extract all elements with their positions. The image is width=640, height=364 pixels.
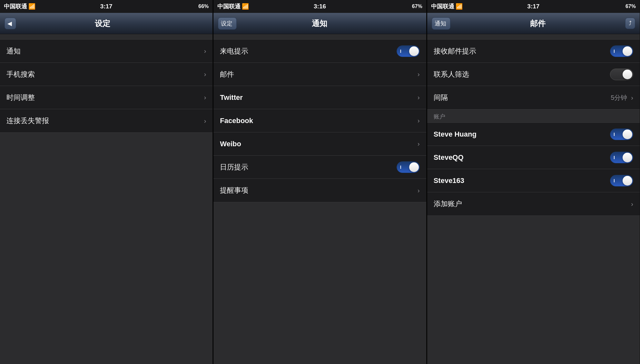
content-1: 通知 › 手机搜索 › 时间调整 › 连接丢失警报 › — [0, 34, 212, 364]
item-label: 间隔 — [434, 93, 611, 102]
list-item-steveqq[interactable]: SteveQQ I — [427, 146, 640, 169]
chevron-icon: › — [631, 94, 633, 101]
chevron-icon: › — [418, 94, 420, 101]
list-item-calendar-reminder[interactable]: 日历提示 I — [213, 156, 426, 179]
list-item-mobile-search[interactable]: 手机搜索 › — [0, 63, 212, 86]
content-3: 接收邮件提示 I 联系人筛选 间隔 5分钟 › 账户 — [427, 34, 640, 364]
item-label: Steve Huang — [434, 130, 610, 139]
carrier-2: 中国联通 — [217, 3, 241, 10]
toggle-on-label: I — [614, 49, 615, 54]
item-label: 提醒事项 — [220, 186, 416, 195]
item-label: 时间调整 — [6, 93, 203, 102]
toggle-knob — [623, 176, 632, 186]
item-label: 邮件 — [220, 70, 416, 79]
share-button[interactable]: ⤴ — [625, 18, 635, 29]
nav-title-1: 设定 — [16, 18, 189, 29]
toggle-receive-mail[interactable]: I — [610, 45, 633, 57]
list-item-call-reminder[interactable]: 来电提示 I — [213, 40, 426, 63]
toggle-steveqq[interactable]: I — [610, 152, 633, 163]
nav-bar-1: ◀ 设定 — [0, 13, 212, 34]
item-label: 添加账户 — [434, 199, 630, 209]
status-bar-1: 中国联通 📶 3:17 66% — [0, 0, 212, 13]
back-button-1[interactable]: ◀ — [5, 18, 16, 29]
battery-2: 67% — [412, 4, 422, 9]
nav-title-3: 邮件 — [450, 18, 625, 29]
nav-bar-3: 通知 邮件 ⤴ — [427, 13, 640, 34]
item-label: Steve163 — [434, 177, 610, 185]
battery-3: 67% — [625, 4, 636, 9]
list-item-lost-connection[interactable]: 连接丢失警报 › — [0, 109, 212, 132]
list-item-facebook[interactable]: Facebook › — [213, 109, 426, 132]
list-item-interval[interactable]: 间隔 5分钟 › — [427, 86, 640, 109]
list-item-mail[interactable]: 邮件 › — [213, 63, 426, 86]
wifi-icon-2: 📶 — [242, 3, 249, 10]
carrier-1: 中国联通 — [4, 3, 27, 10]
toggle-on-label: I — [400, 165, 401, 170]
list-group-1: 通知 › 手机搜索 › 时间调整 › 连接丢失警报 › — [0, 39, 212, 133]
list-item-steve163[interactable]: Steve163 I — [427, 169, 640, 192]
status-bar-2: 中国联通 📶 3:16 67% — [213, 0, 426, 13]
toggle-on-label: I — [614, 132, 615, 137]
list-item-contact-filter[interactable]: 联系人筛选 — [427, 63, 640, 86]
panel-mail: 中国联通 📶 3:17 67% 通知 邮件 ⤴ 接收邮件提示 I — [427, 0, 640, 364]
toggle-call-reminder[interactable]: I — [397, 45, 420, 57]
back-label-3: 通知 — [435, 20, 446, 27]
nav-title-2: 通知 — [237, 18, 402, 29]
item-label: Weibo — [220, 140, 416, 148]
list-item-time-adjust[interactable]: 时间调整 › — [0, 86, 212, 109]
item-label: 接收邮件提示 — [434, 46, 610, 56]
chevron-icon: › — [204, 71, 206, 78]
toggle-on-label: I — [614, 178, 615, 183]
list-item-receive-mail[interactable]: 接收邮件提示 I — [427, 40, 640, 63]
wifi-icon-3: 📶 — [456, 3, 463, 10]
list-item-notifications[interactable]: 通知 › — [0, 40, 212, 63]
chevron-icon: › — [204, 117, 206, 125]
list-item-steve-huang[interactable]: Steve Huang I — [427, 123, 640, 146]
nav-bar-2: 设定 通知 — [213, 13, 426, 34]
toggle-knob — [409, 46, 419, 56]
list-item-weibo[interactable]: Weibo › — [213, 132, 426, 156]
toggle-knob — [623, 70, 632, 79]
chevron-icon: › — [418, 140, 420, 148]
list-group-2: 来电提示 I 邮件 › Twitter › Facebook › — [213, 39, 426, 202]
toggle-on-label: I — [614, 155, 615, 160]
back-arrow-icon: ◀ — [7, 20, 12, 27]
list-group-3b: Steve Huang I SteveQQ I Steve163 I — [427, 122, 640, 216]
battery-1: 66% — [198, 4, 209, 9]
chevron-icon: › — [631, 200, 633, 208]
back-button-3[interactable]: 通知 — [432, 17, 450, 30]
item-value: 5分钟 — [611, 93, 627, 102]
toggle-knob — [623, 153, 632, 162]
toggle-knob — [623, 46, 632, 56]
toggle-steve-huang[interactable]: I — [610, 129, 633, 140]
wifi-icon: 📶 — [28, 3, 35, 10]
content-2: 来电提示 I 邮件 › Twitter › Facebook › — [213, 34, 426, 364]
chevron-icon: › — [204, 47, 206, 55]
list-item-add-account[interactable]: 添加账户 › — [427, 192, 640, 216]
toggle-steve163[interactable]: I — [610, 175, 633, 187]
section-header-accounts: 账户 — [427, 110, 640, 122]
list-group-3a: 接收邮件提示 I 联系人筛选 间隔 5分钟 › — [427, 39, 640, 110]
item-label: Facebook — [220, 117, 416, 125]
toggle-on-label: I — [400, 49, 401, 54]
carrier-3: 中国联通 — [431, 3, 454, 10]
chevron-icon: › — [418, 187, 420, 194]
item-label: 手机搜索 — [6, 70, 203, 79]
list-item-reminders[interactable]: 提醒事项 › — [213, 179, 426, 202]
chevron-icon: › — [418, 117, 420, 124]
chevron-icon: › — [204, 94, 206, 101]
toggle-knob — [409, 162, 419, 172]
back-label-2: 设定 — [221, 20, 232, 27]
item-label: Twitter — [220, 93, 416, 102]
toggle-contact-filter[interactable] — [610, 69, 633, 80]
time-1: 3:17 — [72, 3, 141, 10]
item-label: 通知 — [6, 46, 203, 56]
toggle-calendar[interactable]: I — [397, 161, 420, 173]
back-button-2[interactable]: 设定 — [218, 17, 237, 30]
item-label: 来电提示 — [220, 46, 396, 56]
list-item-twitter[interactable]: Twitter › — [213, 86, 426, 109]
item-label: 连接丢失警报 — [6, 116, 203, 126]
chevron-icon: › — [418, 71, 420, 78]
item-label: 联系人筛选 — [434, 70, 610, 79]
panel-notifications: 中国联通 📶 3:16 67% 设定 通知 来电提示 I 邮件 — [213, 0, 426, 364]
